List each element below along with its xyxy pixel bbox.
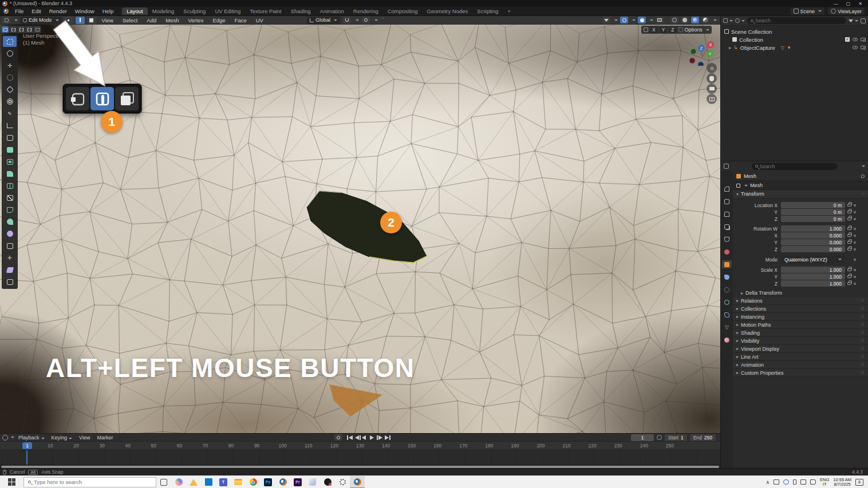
blender-active-app-icon[interactable] — [350, 476, 365, 488]
close-button[interactable]: ✕ — [858, 1, 862, 6]
section-animation[interactable]: ▸Animation∷ — [733, 361, 868, 369]
tool-select-box[interactable] — [3, 36, 17, 47]
tray-phone-icon[interactable] — [793, 479, 796, 485]
tool-shear[interactable] — [3, 264, 17, 275]
lock-icon[interactable] — [847, 211, 851, 213]
pan-view-button[interactable] — [707, 73, 717, 84]
tool-add-cube[interactable] — [3, 132, 17, 143]
section-instancing[interactable]: ▸Instancing∷ — [733, 313, 868, 321]
rotation-mode-dropdown[interactable]: Quaternion (WXYZ) — [781, 256, 845, 263]
chrome-icon[interactable] — [246, 476, 261, 488]
transform-orientation-selector[interactable]: Global — [307, 17, 340, 24]
outliner-display-mode-button[interactable] — [723, 18, 733, 23]
copilot-icon[interactable] — [171, 476, 186, 488]
section-visibility[interactable]: ▸Visibility∷ — [733, 337, 868, 345]
shading-chevron-icon[interactable] — [713, 19, 717, 21]
tool-poly-build[interactable] — [3, 204, 17, 215]
lock-icon[interactable] — [847, 241, 851, 244]
lock-icon[interactable] — [847, 204, 851, 207]
language-indicator[interactable]: ENG IT — [820, 478, 829, 487]
current-frame-indicator[interactable]: 1 — [22, 442, 32, 449]
timeline-editor-type-icon[interactable] — [2, 435, 8, 441]
rotation-x-field[interactable]: 0.000 — [781, 232, 845, 239]
workspace-tab-scripting[interactable]: Scripting — [472, 7, 503, 15]
select-subtract-mode-button[interactable] — [18, 26, 25, 33]
rotation-w-field[interactable]: 1.000 — [781, 225, 845, 232]
tool-annotate[interactable]: ✎ — [3, 108, 17, 119]
outliner-filter-button[interactable] — [849, 19, 858, 22]
snap-magnet-button[interactable] — [343, 17, 351, 23]
hide-in-viewport-icon[interactable] — [853, 38, 858, 41]
tool-move[interactable]: ✛ — [3, 60, 17, 71]
disable-in-render-icon[interactable] — [861, 46, 866, 49]
tool-knife[interactable] — [3, 192, 17, 203]
section-motion-paths[interactable]: ▸Motion Paths∷ — [733, 321, 868, 329]
tab-particles[interactable] — [722, 285, 732, 293]
menu-mesh[interactable]: Mesh — [162, 17, 182, 23]
vertex-select-mode-button[interactable] — [66, 87, 89, 110]
lock-icon[interactable] — [847, 217, 851, 220]
object-type-visibility-button[interactable] — [602, 17, 610, 23]
collection-checkbox[interactable]: ✓ — [845, 37, 850, 42]
menu-render[interactable]: Render — [45, 8, 71, 14]
animate-dot[interactable] — [854, 248, 856, 251]
taskbar-search[interactable] — [23, 477, 156, 487]
outliner-row-objectcapture[interactable]: ▸ ↳ ObjectCapture ▽ ▼ — [724, 43, 868, 51]
select-extend-mode-button[interactable] — [10, 26, 17, 33]
menu-file[interactable]: File — [11, 8, 27, 14]
lock-icon[interactable] — [847, 275, 851, 278]
view-menu[interactable]: View — [76, 435, 93, 441]
menu-uv[interactable]: UV — [252, 17, 267, 23]
properties-search-input[interactable] — [760, 164, 834, 169]
blender-app-icon[interactable] — [275, 476, 290, 488]
breadcrumb-object[interactable]: Mesh — [744, 173, 756, 179]
tab-view-layer[interactable] — [722, 223, 732, 231]
menu-edge[interactable]: Edge — [209, 17, 228, 23]
show-gizmo-button[interactable] — [620, 17, 628, 23]
tool-rip-region[interactable] — [3, 276, 17, 287]
proportional-editing-button[interactable] — [362, 17, 370, 23]
workspace-tab-geometry-nodes[interactable]: Geometry Nodes — [423, 7, 473, 15]
workspace-tab-sculpting[interactable]: Sculpting — [179, 7, 210, 15]
tool-loop-cut[interactable] — [3, 180, 17, 191]
camera-view-button[interactable] — [707, 84, 717, 94]
playhead-line[interactable] — [26, 450, 27, 465]
snap-chevron-icon[interactable] — [356, 19, 359, 21]
scene-selector[interactable]: Scene — [791, 7, 825, 15]
view-layer-selector[interactable]: ViewLayer — [828, 7, 865, 15]
material-preview-shading-button[interactable] — [691, 17, 699, 23]
taskbar-search-input[interactable] — [34, 479, 152, 485]
zoom-view-button[interactable] — [707, 63, 717, 73]
minimize-button[interactable]: — — [834, 1, 838, 6]
select-set-mode-button[interactable] — [2, 26, 9, 33]
face-select-mode-button[interactable] — [115, 87, 139, 110]
drive-icon[interactable] — [186, 476, 201, 488]
workspace-tab-rendering[interactable]: Rendering — [349, 7, 383, 15]
tray-network-icon[interactable] — [800, 479, 806, 485]
vscode-icon[interactable] — [201, 476, 216, 488]
location-y-field[interactable]: 0 m — [781, 209, 845, 215]
tool-scale[interactable] — [3, 84, 17, 95]
tab-world[interactable] — [722, 248, 732, 256]
animate-dot[interactable] — [854, 241, 856, 244]
tool-cursor[interactable] — [3, 48, 17, 59]
tab-object-data[interactable]: ▽ — [722, 323, 732, 331]
visibility-chevron-icon[interactable] — [614, 19, 618, 21]
menu-window[interactable]: Window — [71, 8, 98, 14]
tray-shield-icon[interactable] — [774, 479, 779, 485]
animate-dot[interactable] — [854, 228, 856, 230]
outliner-search-input[interactable] — [755, 18, 843, 23]
tool-edge-slide[interactable] — [3, 240, 17, 251]
object-name-field[interactable]: Mesh — [750, 182, 763, 188]
section-relations[interactable]: ▸Relations∷ — [733, 297, 868, 305]
falloff-curve-icon[interactable]: ⌒ — [381, 17, 385, 23]
menu-add[interactable]: Add — [143, 17, 160, 23]
tool-spin[interactable] — [3, 216, 17, 227]
menu-help[interactable]: Help — [98, 8, 118, 14]
animate-dot[interactable] — [854, 283, 856, 285]
scale-x-field[interactable]: 1.000 — [781, 267, 845, 273]
lock-icon[interactable] — [847, 234, 851, 237]
tab-modifiers[interactable] — [722, 273, 732, 281]
outliner-row-scene-collection[interactable]: Scene Collection — [724, 27, 868, 35]
task-view-icon[interactable] — [156, 476, 171, 488]
